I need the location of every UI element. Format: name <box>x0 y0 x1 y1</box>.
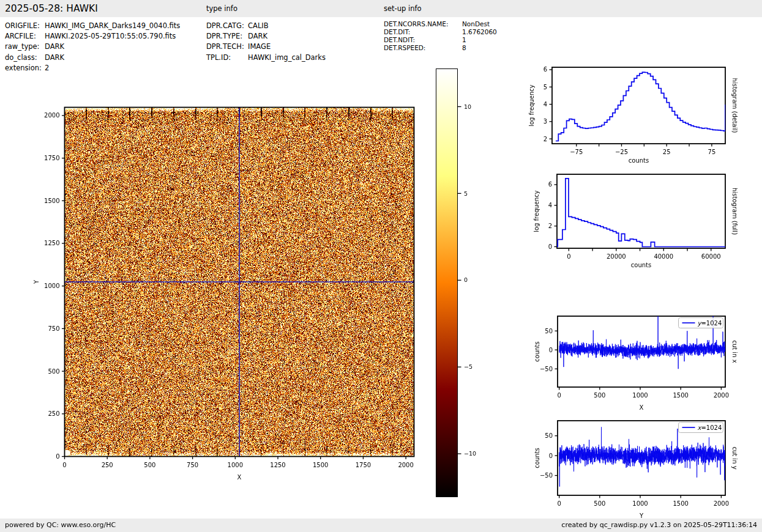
svg-text:counts: counts <box>534 448 540 468</box>
svg-text:cut in y: cut in y <box>731 446 738 469</box>
svg-text:2: 2 <box>548 223 552 229</box>
svg-text:250: 250 <box>102 462 113 468</box>
svg-text:5: 5 <box>543 84 547 91</box>
svg-text:1250: 1250 <box>270 462 285 468</box>
colorbar-axis: 1050−5−10 <box>458 103 476 457</box>
legend-label: y=1024 <box>698 320 722 327</box>
svg-text:0: 0 <box>548 243 552 250</box>
svg-text:500: 500 <box>594 392 605 399</box>
field-label: DET.DIT: <box>384 28 462 36</box>
file-info-row: extension:2 <box>5 63 180 73</box>
svg-text:counts: counts <box>629 157 649 164</box>
field-value: DARK <box>45 53 64 62</box>
field-value: 2 <box>45 64 49 72</box>
setup-info-row: DET.NDIT:1 <box>384 36 497 44</box>
svg-text:1500: 1500 <box>44 198 59 204</box>
svg-text:25: 25 <box>663 149 671 155</box>
svg-text:histogram (detail): histogram (detail) <box>731 78 738 133</box>
field-value: CALIB <box>248 21 269 30</box>
svg-text:Y: Y <box>33 279 40 284</box>
svg-text:1750: 1750 <box>356 462 371 468</box>
setup-info-header: set-up info <box>384 0 422 17</box>
field-label: DET.NDIT: <box>384 36 462 44</box>
legend-label: x=1024 <box>698 424 722 431</box>
svg-text:1750: 1750 <box>44 155 59 161</box>
field-value: HAWKI.2025-05-29T10:55:05.790.fits <box>45 32 176 40</box>
file-info-block: ORIGFILE:HAWKI_IMG_DARK_Darks149_0040.fi… <box>5 21 180 73</box>
type-info-block: DPR.CATG:CALIB DPR.TYPE:DARK DPR.TECH:IM… <box>206 21 326 63</box>
field-value: HAWKI_img_cal_Darks <box>248 53 326 62</box>
svg-text:750: 750 <box>48 325 59 332</box>
setup-info-row: DET.RSPEED:8 <box>384 44 497 52</box>
svg-text:0: 0 <box>567 253 570 260</box>
footer-credit-left: powered by QC: www.eso.org/HC <box>5 519 116 532</box>
file-info-row: raw_type:DARK <box>5 42 180 52</box>
file-info-row: ORIGFILE:HAWKI_IMG_DARK_Darks149_0040.fi… <box>5 21 180 31</box>
cut-in-x-curve <box>559 314 725 369</box>
type-info-row: DPR.TYPE:DARK <box>206 31 326 42</box>
svg-text:−50: −50 <box>540 472 553 479</box>
svg-text:1500: 1500 <box>313 462 328 468</box>
field-value: 1 <box>462 36 466 43</box>
histogram-full-plot: 02000040000600000246countslog frequencyh… <box>533 174 738 268</box>
svg-text:10: 10 <box>464 103 471 110</box>
field-label: DET.NCORRS.NAME: <box>384 20 462 28</box>
cut-in-x-plot: 0500100015002000−50050Xcountscut in xy=1… <box>534 314 738 411</box>
svg-text:2000: 2000 <box>398 462 413 468</box>
svg-text:0: 0 <box>56 453 59 460</box>
field-value: HAWKI_IMG_DARK_Darks149_0040.fits <box>45 21 180 30</box>
type-info-row: TPL.ID:HAWKI_img_cal_Darks <box>206 53 326 63</box>
svg-text:log frequency: log frequency <box>533 190 540 232</box>
dark-frame-image <box>64 107 414 457</box>
colorbar-gradient <box>436 68 458 497</box>
svg-text:4: 4 <box>548 202 552 209</box>
field-label: ORIGFILE: <box>5 21 45 31</box>
field-label: do_class: <box>5 53 45 63</box>
svg-text:5: 5 <box>464 190 468 197</box>
svg-text:log frequency: log frequency <box>528 84 535 127</box>
svg-text:20000: 20000 <box>607 253 626 260</box>
field-value: 8 <box>462 44 466 51</box>
svg-text:500: 500 <box>594 500 605 507</box>
field-label: DPR.TYPE: <box>206 31 248 42</box>
svg-text:cut in x: cut in x <box>731 340 738 363</box>
svg-text:2000: 2000 <box>44 112 59 119</box>
svg-text:counts: counts <box>534 341 540 361</box>
svg-text:0: 0 <box>62 462 66 468</box>
field-label: DPR.CATG: <box>206 21 248 31</box>
qc-report-page: 2025-05-28: HAWKI type info set-up info … <box>0 0 762 532</box>
footer-bar: powered by QC: www.eso.org/HC created by… <box>0 519 762 532</box>
field-value: IMAGE <box>248 42 271 51</box>
header-bar: 2025-05-28: HAWKI type info set-up info <box>0 0 762 17</box>
svg-text:750: 750 <box>187 462 198 468</box>
svg-text:1000: 1000 <box>228 462 243 468</box>
field-label: DET.RSPEED: <box>384 44 462 52</box>
svg-text:1000: 1000 <box>632 392 648 399</box>
svg-text:250: 250 <box>48 410 59 417</box>
svg-text:40000: 40000 <box>654 253 673 260</box>
svg-text:6: 6 <box>543 66 547 73</box>
svg-text:0: 0 <box>557 500 561 507</box>
setup-info-row: DET.DIT:1.6762060 <box>384 28 497 36</box>
svg-text:75: 75 <box>708 149 716 155</box>
footer-credit-right: created by qc_rawdisp.py v1.2.3 on 2025-… <box>561 519 757 532</box>
file-info-row: do_class:DARK <box>5 53 180 63</box>
svg-text:2: 2 <box>543 136 547 142</box>
svg-text:−75: −75 <box>570 149 583 155</box>
type-info-header: type info <box>206 0 237 17</box>
svg-text:−50: −50 <box>540 366 553 372</box>
svg-text:50: 50 <box>545 328 553 334</box>
svg-text:1500: 1500 <box>673 500 688 507</box>
svg-text:0: 0 <box>464 276 468 283</box>
type-info-row: DPR.CATG:CALIB <box>206 21 326 31</box>
svg-text:3: 3 <box>543 118 547 125</box>
svg-text:1000: 1000 <box>632 500 648 507</box>
svg-text:0: 0 <box>549 347 553 353</box>
setup-info-block: DET.NCORRS.NAME:NonDest DET.DIT:1.676206… <box>384 20 497 52</box>
page-title: 2025-05-28: HAWKI <box>5 0 98 17</box>
field-value: DARK <box>45 42 64 51</box>
svg-text:2000: 2000 <box>714 500 729 507</box>
svg-text:0: 0 <box>549 453 553 459</box>
legend: x=1024 <box>679 423 723 433</box>
svg-text:−5: −5 <box>464 363 473 370</box>
